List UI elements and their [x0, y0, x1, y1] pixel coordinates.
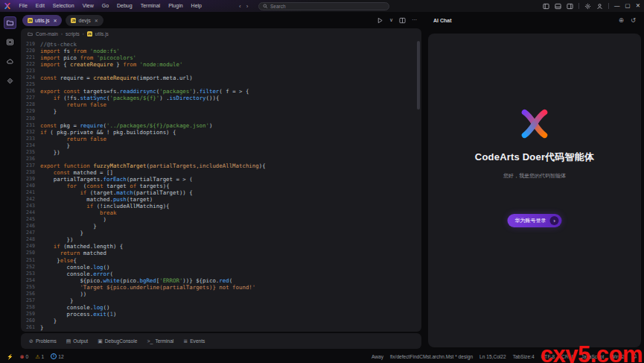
search-icon: [263, 4, 268, 9]
menu-help[interactable]: Help: [187, 0, 205, 12]
code-line: 243 if (!includeAllMatching){: [21, 203, 421, 209]
menu-edit[interactable]: Edit: [31, 0, 48, 12]
status-count: 0: [26, 354, 29, 359]
line-number: 250: [21, 250, 40, 256]
code-line: 239 partialTargets.forEach(partialTarget…: [21, 176, 421, 183]
code-line: 259 process.exit(1): [21, 311, 421, 318]
layout-sidebar-right-icon[interactable]: [567, 3, 573, 10]
line-number: 247: [21, 230, 40, 236]
panel-tab-terminal[interactable]: >_Terminal: [147, 338, 173, 344]
cloud-icon[interactable]: [4, 55, 16, 68]
split-editor-icon[interactable]: [399, 17, 406, 24]
code-line: 236: [21, 156, 421, 162]
status-error[interactable]: ⊗0: [20, 354, 29, 359]
search-input[interactable]: [270, 4, 385, 9]
menu-debug[interactable]: Debug: [113, 0, 137, 12]
line-number: 256: [21, 291, 40, 297]
status-remote[interactable]: ⚡: [7, 354, 13, 359]
layout-sidebar-left-icon[interactable]: [543, 3, 549, 10]
code-line: 237export function fuzzyMatchTarget(part…: [21, 162, 421, 169]
line-number: 227: [21, 95, 40, 101]
ai-hero-subtitle: 您好，我是您的代码智能体: [503, 172, 566, 180]
status-segment-1[interactable]: fix/defectFindCMst.archn.Mst * design: [390, 354, 473, 359]
code-line: 247 }: [21, 230, 421, 236]
line-number: 230: [21, 116, 40, 122]
panel-tab-output[interactable]: ▤Output: [66, 338, 88, 344]
menu-terminal[interactable]: Terminal: [136, 0, 164, 12]
menu-file[interactable]: File: [15, 0, 31, 12]
panel-tab-events[interactable]: ≣Events: [183, 338, 205, 344]
breadcrumb-item[interactable]: scripts: [66, 31, 80, 37]
menu-go[interactable]: Go: [98, 0, 112, 12]
tab-devjs[interactable]: JSdevjs✕: [66, 15, 103, 26]
line-number: 228: [21, 101, 40, 108]
status-segment-3[interactable]: TabSize:4: [513, 354, 535, 359]
titlebar-right-icons: — ▢ ✕: [543, 0, 640, 12]
panel-tab-debugconsole[interactable]: ▣DebugConsole: [98, 338, 137, 344]
debug-run-icon[interactable]: [377, 17, 383, 24]
editor-scrollbar[interactable]: [417, 41, 420, 110]
status-info[interactable]: i12: [51, 353, 63, 359]
error-icon: ⊗: [20, 354, 25, 359]
layout-panel-icon[interactable]: [555, 3, 561, 10]
panel-tab-label: Events: [190, 338, 205, 344]
close-button[interactable]: ✕: [636, 0, 640, 12]
code-line: 234 }: [21, 142, 421, 149]
bottom-panel-tab-bar: ⊘Problems▤Output▣DebugConsole>_Terminal≣…: [21, 333, 421, 349]
code-line: 244 break: [21, 209, 421, 216]
global-search[interactable]: [258, 2, 389, 10]
nav-back-icon[interactable]: ‹: [239, 3, 241, 10]
minimize-button[interactable]: —: [614, 0, 620, 12]
close-icon[interactable]: ✕: [53, 18, 57, 23]
menu-selection[interactable]: Selection: [48, 0, 78, 12]
history-icon[interactable]: ↺: [631, 16, 636, 24]
output-icon: ▤: [66, 338, 71, 344]
nav-forward-icon[interactable]: ›: [246, 3, 249, 10]
tab-utils.js[interactable]: JSutils.js✕: [22, 15, 62, 26]
code-line: 224const require = createRequire(import.…: [21, 75, 421, 81]
breadcrumb-item[interactable]: Com-main: [36, 31, 58, 37]
code-line: 223: [21, 68, 421, 75]
code-line: 235 }): [21, 149, 421, 156]
separator: [608, 3, 609, 9]
status-segment-0[interactable]: Away: [372, 354, 383, 359]
remote-icon: ⚡: [7, 354, 13, 359]
status-warning[interactable]: ⚠1: [35, 354, 44, 359]
explorer-folder-icon[interactable]: [4, 16, 16, 29]
ai-chat-title: AI Chat: [433, 18, 452, 23]
code-line: 245 ): [21, 216, 421, 223]
folder-icon: [28, 31, 33, 37]
account-icon[interactable]: [596, 3, 603, 10]
line-number: 253: [21, 271, 40, 277]
code-line: 242 matched.push(target): [21, 196, 421, 203]
panel-tab-problems[interactable]: ⊘Problems: [29, 338, 57, 344]
breadcrumb-item[interactable]: utils.js: [95, 31, 109, 37]
restore-button[interactable]: ▢: [625, 0, 631, 12]
watermark: cxy5.com: [541, 343, 643, 363]
code-line: 227 if (!fs.statSync('packages/${f}') .i…: [21, 95, 421, 101]
code-editor[interactable]: 219//@ts-check220import fs from 'node:fs…: [21, 40, 421, 332]
window-preview-icon[interactable]: [4, 36, 16, 48]
code-line: 231const pkg = require('../packages/${f}…: [21, 122, 421, 129]
code-line: 260 }: [21, 318, 421, 324]
huawei-login-button[interactable]: 华为账号登录 ›: [508, 214, 562, 227]
menu-plugin[interactable]: Plugin: [165, 0, 187, 12]
code-line: 230: [21, 116, 421, 122]
code-line: 249 if (matched.length) {: [21, 243, 421, 250]
arrow-right-icon: ›: [550, 216, 559, 225]
code-line: 248 }): [21, 236, 421, 243]
new-chat-icon[interactable]: ⊕: [619, 16, 624, 24]
line-number: 243: [21, 203, 40, 209]
code-line: 226export const targets=fs.readdirsync('…: [21, 88, 421, 95]
line-number: 255: [21, 284, 40, 291]
panel-tab-label: DebugConsole: [105, 338, 138, 344]
more-actions-icon[interactable]: ⋯: [412, 17, 417, 23]
plugin-diamond-icon[interactable]: [4, 75, 16, 87]
menu-view[interactable]: View: [78, 0, 98, 12]
settings-gear-icon[interactable]: [584, 3, 591, 10]
chevron-down-icon[interactable]: ∨: [389, 17, 393, 23]
status-segment-2[interactable]: Ln 15,Col22: [479, 354, 506, 359]
login-button-label: 华为账号登录: [515, 217, 546, 224]
line-number: 235: [21, 149, 40, 156]
close-icon[interactable]: ✕: [95, 18, 98, 23]
